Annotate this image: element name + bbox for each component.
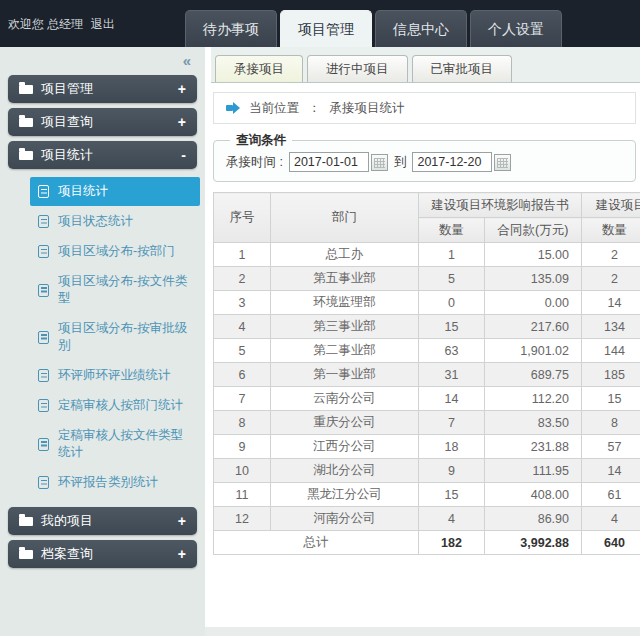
content-tabs: 承接项目进行中项目已审批项目	[211, 47, 640, 83]
sidebar-item[interactable]: 项目状态统计	[30, 207, 200, 236]
sidebar-section-label: 档案查询	[41, 545, 93, 563]
cell-count2: 4	[582, 507, 640, 531]
main-content: 承接项目进行中项目已审批项目 当前位置 ： 承接项目统计 查询条件 承接时间 :…	[205, 47, 640, 636]
sidebar-item[interactable]: 定稿审核人按文件类型统计	[30, 421, 200, 467]
cell-count2: 15	[582, 387, 640, 411]
cell-count1: 15	[419, 483, 485, 507]
cell-amount: 408.00	[485, 483, 582, 507]
sidebar-section-5[interactable]: 档案查询+	[8, 540, 197, 568]
cell-count1: 5	[419, 267, 485, 291]
breadcrumb-value: 承接项目统计	[330, 100, 405, 117]
sidebar-item[interactable]: 项目区域分布-按审批级别	[30, 314, 200, 360]
col-group-report-form: 建设项目环境影响报告表	[582, 193, 640, 218]
table-row: 3环境监理部00.0014	[214, 291, 640, 315]
sidebar-section-3[interactable]: 项目统计-	[8, 141, 197, 169]
cell-amount: 0.00	[485, 291, 582, 315]
cell-dept: 云南分公司	[271, 387, 419, 411]
top-tab-3[interactable]: 信息中心	[375, 10, 467, 47]
arrow-right-icon	[226, 102, 240, 114]
table-header-row: 序号部门建设项目环境影响报告书建设项目环境影响报告表	[214, 193, 640, 218]
sidebar-item-label: 定稿审核人按部门统计	[58, 397, 183, 414]
logout-link[interactable]: 退出	[91, 17, 115, 31]
cell-amount: 689.75	[485, 363, 582, 387]
cell-seq: 6	[214, 363, 271, 387]
cell-dept: 第五事业部	[271, 267, 419, 291]
cell-amount: 1,901.02	[485, 339, 582, 363]
sidebar-section-label: 项目管理	[41, 80, 93, 98]
document-icon	[38, 399, 49, 412]
welcome-text: 欢迎您 总经理	[8, 17, 83, 31]
cell-seq: 5	[214, 339, 271, 363]
query-panel-title: 查询条件	[230, 132, 292, 149]
folder-icon	[19, 85, 33, 94]
cell-amount: 83.50	[485, 411, 582, 435]
table-total-row: 总计1823,992.88640	[214, 531, 640, 555]
cell-count1: 63	[419, 339, 485, 363]
table-row: 11黑龙江分公司15408.0061	[214, 483, 640, 507]
top-tab-2[interactable]: 项目管理	[280, 10, 372, 47]
sidebar-section-2[interactable]: 项目查询+	[8, 108, 197, 136]
content-tab-2[interactable]: 进行中项目	[307, 55, 408, 82]
expand-toggle-icon[interactable]: +	[178, 81, 186, 97]
expand-toggle-icon[interactable]: +	[178, 114, 186, 130]
cell-count1: 1	[419, 243, 485, 267]
sidebar-item[interactable]: 定稿审核人按部门统计	[30, 391, 200, 420]
cell-seq: 12	[214, 507, 271, 531]
sidebar-item-label: 项目区域分布-按审批级别	[58, 320, 192, 354]
cell-count2: 57	[582, 435, 640, 459]
expand-toggle-icon[interactable]: -	[181, 147, 186, 163]
sidebar-item-label: 项目统计	[58, 183, 108, 200]
cell-seq: 10	[214, 459, 271, 483]
breadcrumb-label: 当前位置	[249, 100, 299, 117]
document-icon	[38, 476, 49, 489]
expand-toggle-icon[interactable]: +	[178, 546, 186, 562]
cell-seq: 8	[214, 411, 271, 435]
date-from-input[interactable]	[289, 152, 369, 172]
content-tab-3[interactable]: 已审批项目	[412, 55, 513, 82]
cell-dept: 湖北分公司	[271, 459, 419, 483]
cell-dept: 重庆分公司	[271, 411, 419, 435]
content-tab-1[interactable]: 承接项目	[215, 55, 303, 82]
sidebar-item[interactable]: 环评师环评业绩统计	[30, 361, 200, 390]
cell-total-count2: 640	[582, 531, 640, 555]
sidebar-section-1[interactable]: 项目管理+	[8, 75, 197, 103]
table-row: 5第二事业部631,901.02144	[214, 339, 640, 363]
cell-total-count1: 182	[419, 531, 485, 555]
query-panel: 查询条件 承接时间 : 到	[213, 132, 636, 182]
cell-total-amount: 3,992.88	[485, 531, 582, 555]
document-icon	[38, 215, 49, 228]
document-icon	[38, 185, 49, 198]
sidebar-section-label: 项目统计	[41, 146, 93, 164]
folder-icon	[19, 118, 33, 127]
table-row: 10湖北分公司9111.9514	[214, 459, 640, 483]
sidebar-item[interactable]: 环评报告类别统计	[30, 468, 200, 497]
table-row: 4第三事业部15217.60134	[214, 315, 640, 339]
sidebar-section-4[interactable]: 我的项目+	[8, 507, 197, 535]
sidebar-item[interactable]: 项目区域分布-按部门	[30, 237, 200, 266]
sidebar-item[interactable]: 项目区域分布-按文件类型	[30, 267, 200, 313]
cell-count2: 2	[582, 243, 640, 267]
sidebar-section-label: 我的项目	[41, 512, 93, 530]
calendar-icon[interactable]	[371, 154, 388, 171]
cell-amount: 217.60	[485, 315, 582, 339]
cell-dept: 河南分公司	[271, 507, 419, 531]
cell-count2: 14	[582, 291, 640, 315]
table-row: 1总工办115.002	[214, 243, 640, 267]
topbar: 欢迎您 总经理 退出 待办事项项目管理信息中心个人设置	[0, 0, 640, 47]
expand-toggle-icon[interactable]: +	[178, 513, 186, 529]
top-tab-1[interactable]: 待办事项	[185, 10, 277, 47]
top-tab-4[interactable]: 个人设置	[470, 10, 562, 47]
date-to-input[interactable]	[412, 152, 492, 172]
breadcrumb: 当前位置 ： 承接项目统计	[213, 92, 636, 124]
sidebar-item-label: 环评师环评业绩统计	[58, 367, 171, 384]
stats-table: 序号部门建设项目环境影响报告书建设项目环境影响报告表数量合同款(万元)数量1总工…	[213, 192, 640, 555]
calendar-icon[interactable]	[494, 154, 511, 171]
sidebar-section-label: 项目查询	[41, 113, 93, 131]
cell-dept: 第一事业部	[271, 363, 419, 387]
cell-count2: 61	[582, 483, 640, 507]
sidebar-item[interactable]: 项目统计	[30, 177, 200, 206]
welcome-bar: 欢迎您 总经理 退出	[8, 16, 115, 33]
sidebar-collapse-icon[interactable]: «	[0, 49, 205, 70]
folder-icon	[19, 550, 33, 559]
cell-count1: 15	[419, 315, 485, 339]
